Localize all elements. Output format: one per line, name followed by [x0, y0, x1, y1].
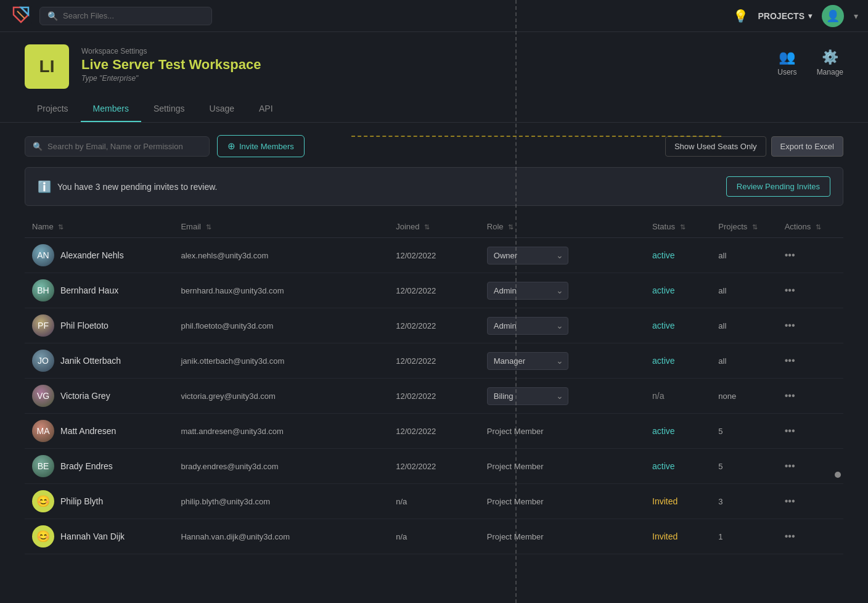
member-name: Hannah Van Dijk	[60, 531, 125, 541]
member-avatar: AN	[32, 244, 54, 266]
member-search[interactable]: 🔍	[25, 136, 210, 157]
actions-menu-icon[interactable]: •••	[785, 390, 795, 401]
actions-menu-icon[interactable]: •••	[785, 425, 795, 436]
global-search[interactable]: 🔍	[39, 7, 212, 25]
th-status[interactable]: Status ⇅	[645, 216, 711, 238]
member-actions-cell[interactable]: •••	[777, 449, 843, 484]
member-projects-cell: 3	[711, 484, 777, 519]
tab-members[interactable]: Members	[81, 96, 141, 122]
member-email: brady.endres@unity3d.com	[181, 462, 278, 471]
table-row: AN Alexander Nehls alex.nehls@unity3d.co…	[25, 238, 843, 273]
search-input[interactable]	[63, 11, 204, 20]
search-icon: 🔍	[47, 11, 58, 21]
member-email-cell: janik.otterbach@unity3d.com	[173, 343, 388, 379]
review-pending-button[interactable]: Review Pending Invites	[726, 176, 830, 197]
member-actions-cell[interactable]: •••	[777, 414, 843, 449]
invite-label: Invite Members	[239, 142, 294, 151]
chevron-down-icon-user[interactable]: ▾	[854, 11, 858, 21]
th-projects[interactable]: Projects ⇅	[711, 216, 777, 238]
member-joined-cell: 12/02/2022	[388, 379, 480, 414]
tab-api[interactable]: API	[247, 96, 285, 122]
search-icon: 🔍	[33, 142, 43, 151]
member-name-cell: JO Janik Otterbach	[25, 343, 173, 379]
th-joined[interactable]: Joined ⇅	[388, 216, 480, 238]
th-role[interactable]: Role ⇅	[480, 216, 645, 238]
table-header-row: Name ⇅ Email ⇅ Joined ⇅ Role ⇅ Status ⇅ …	[25, 216, 843, 238]
member-name: Matt Andresen	[60, 426, 116, 436]
th-name[interactable]: Name ⇅	[25, 216, 173, 238]
actions-menu-icon[interactable]: •••	[785, 496, 795, 506]
member-name: Bernhard Haux	[60, 285, 118, 295]
actions-menu-icon[interactable]: •••	[785, 250, 795, 260]
role-select[interactable]: Admin OwnerAdminManagerBilingProject Mem…	[487, 282, 568, 300]
tab-settings[interactable]: Settings	[141, 96, 197, 122]
actions-menu-icon[interactable]: •••	[785, 320, 795, 330]
member-actions-cell[interactable]: •••	[777, 519, 843, 554]
manage-action[interactable]: ⚙️ Manage	[817, 49, 843, 76]
tab-projects[interactable]: Projects	[25, 96, 81, 122]
role-text: Project Member	[487, 462, 544, 471]
member-actions-cell[interactable]: •••	[777, 273, 843, 308]
member-actions-cell[interactable]: •••	[777, 379, 843, 414]
show-seats-button[interactable]: Show Used Seats Only	[665, 136, 766, 157]
top-nav: 🔍 💡 PROJECTS ▾ 👤 ▾	[0, 0, 868, 32]
role-select[interactable]: Biling OwnerAdminManagerBilingProject Me…	[487, 387, 568, 405]
member-joined: 12/02/2022	[396, 427, 436, 436]
app-logo[interactable]	[10, 4, 32, 28]
member-joined-cell: n/a	[388, 484, 480, 519]
member-role-cell[interactable]: Admin OwnerAdminManagerBilingProject Mem…	[480, 308, 645, 343]
member-projects: 3	[718, 497, 723, 506]
bulb-icon[interactable]: 💡	[733, 9, 748, 23]
member-joined-cell: 12/02/2022	[388, 308, 480, 343]
member-name-cell: BH Bernhard Haux	[25, 273, 173, 308]
member-role-cell[interactable]: Owner OwnerAdminManagerBilingProject Mem…	[480, 238, 645, 273]
role-select[interactable]: Owner OwnerAdminManagerBilingProject Mem…	[487, 247, 568, 265]
projects-dropdown[interactable]: PROJECTS ▾	[758, 11, 812, 21]
member-status-cell: Invited	[645, 484, 711, 519]
invite-members-button[interactable]: ⊕ Invite Members	[217, 135, 305, 157]
actions-menu-icon[interactable]: •••	[785, 285, 795, 295]
member-joined: n/a	[396, 497, 407, 506]
member-joined: n/a	[396, 532, 407, 541]
member-role-cell[interactable]: Biling OwnerAdminManagerBilingProject Me…	[480, 379, 645, 414]
tab-usage[interactable]: Usage	[197, 96, 247, 122]
member-actions-cell[interactable]: •••	[777, 238, 843, 273]
member-actions-cell[interactable]: •••	[777, 484, 843, 519]
role-wrapper: Admin OwnerAdminManagerBilingProject Mem…	[487, 317, 568, 335]
actions-menu-icon[interactable]: •••	[785, 461, 795, 471]
status-badge: active	[652, 356, 675, 366]
member-search-input[interactable]	[47, 142, 202, 151]
member-actions-cell[interactable]: •••	[777, 308, 843, 343]
pending-text: You have 3 new pending invites to review…	[57, 182, 217, 192]
member-name-cell: AN Alexander Nehls	[25, 238, 173, 273]
member-projects: all	[718, 251, 726, 260]
member-joined-cell: 12/02/2022	[388, 273, 480, 308]
member-name-cell: BE Brady Endres	[25, 449, 173, 484]
avatar-icon: 👤	[826, 9, 840, 23]
member-role-cell[interactable]: Admin OwnerAdminManagerBilingProject Mem…	[480, 273, 645, 308]
th-email[interactable]: Email ⇅	[173, 216, 388, 238]
member-avatar: VG	[32, 385, 54, 407]
role-select[interactable]: Admin OwnerAdminManagerBilingProject Mem…	[487, 317, 568, 335]
member-projects: none	[718, 392, 736, 401]
users-label: Users	[777, 68, 796, 76]
user-avatar[interactable]: 👤	[822, 5, 844, 27]
actions-menu-icon[interactable]: •••	[785, 531, 795, 541]
member-status-cell: active	[645, 238, 711, 273]
member-email-cell: brady.endres@unity3d.com	[173, 449, 388, 484]
chevron-down-icon: ▾	[808, 12, 812, 20]
member-email-cell: victoria.grey@unity3d.com	[173, 379, 388, 414]
role-wrapper: Admin OwnerAdminManagerBilingProject Mem…	[487, 282, 568, 300]
member-actions-cell[interactable]: •••	[777, 343, 843, 379]
member-email: matt.andresen@unity3d.com	[181, 427, 283, 436]
scrollbar-thumb[interactable]	[835, 472, 841, 478]
member-joined: 12/02/2022	[396, 286, 436, 295]
actions-menu-icon[interactable]: •••	[785, 355, 795, 366]
th-actions[interactable]: Actions ⇅	[777, 216, 843, 238]
role-select[interactable]: Manager OwnerAdminManagerBilingProject M…	[487, 352, 568, 370]
users-action[interactable]: 👥 Users	[777, 49, 796, 76]
export-excel-button[interactable]: Export to Excel	[771, 136, 843, 157]
role-text: Project Member	[487, 532, 544, 541]
member-role-cell[interactable]: Manager OwnerAdminManagerBilingProject M…	[480, 343, 645, 379]
member-email: janik.otterbach@unity3d.com	[181, 356, 284, 366]
